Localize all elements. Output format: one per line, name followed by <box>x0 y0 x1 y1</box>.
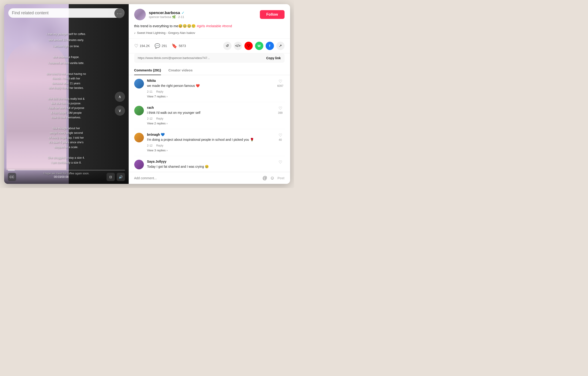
right-panel: spencer.barbosa ✓ spencer barbosa 🌿 · 2-… <box>129 4 290 184</box>
avatar-image <box>134 9 146 20</box>
progress-bar-fill <box>8 170 15 170</box>
filter-share-icon[interactable]: ▽ <box>245 42 253 50</box>
comment-heart-icon[interactable]: ♡ <box>278 133 282 138</box>
video-line-8: She thought about herweight every single… <box>9 126 124 149</box>
comment-avatar-saya <box>134 160 144 169</box>
view-replies-button[interactable]: View 2 replies › <box>147 122 273 125</box>
ctrl-buttons-right: ⊡ 🔊 <box>107 173 125 181</box>
facebook-share-icon[interactable]: f <box>266 42 274 50</box>
comment-body-bronagh: brónagh 💙 I'm doing a project about insp… <box>147 133 273 152</box>
actions-row: ♡ 194.2K 💬 291 🔖 5873 ↺ </> ▽ W f <box>129 39 290 53</box>
comment-like-rach: ♡ 399 <box>276 106 285 125</box>
at-mention-icon[interactable]: @ <box>262 175 267 181</box>
comment-avatar-rach <box>134 106 144 115</box>
post-caption: this trend is everything to me😅🥹🥹🥲 #girl… <box>134 23 285 29</box>
search-input[interactable] <box>12 10 117 15</box>
comment-item: rach i think i'd walk out on my younger … <box>134 102 285 129</box>
nav-down-button[interactable]: ∨ <box>115 105 125 116</box>
verified-badge-icon: ✓ <box>182 10 184 15</box>
progress-bar-container[interactable] <box>8 170 125 170</box>
comment-text: i think i'd walk out on my younger self <box>147 110 273 115</box>
video-line-3: i arrived right on time. <box>9 44 124 49</box>
comment-avatar-nikita <box>134 79 144 88</box>
likes-count: 194.2K <box>140 44 150 48</box>
post-song: ♪ Sweet Heat Lightning - Gregory Alan Is… <box>134 31 285 35</box>
comment-item: brónagh 💙 I'm doing a project about insp… <box>134 129 285 156</box>
nav-up-button[interactable]: ∧ <box>115 92 125 102</box>
comment-action-icon: 💬 <box>154 43 160 49</box>
comment-meta: 2-12 Reply <box>147 117 273 120</box>
bookmark-action[interactable]: 🔖 5873 <box>171 43 186 49</box>
comments-section: Nikita we made the right person famous ❤… <box>129 75 290 172</box>
comment-heart-icon[interactable]: ♡ <box>278 160 282 165</box>
comment-item: Nikita we made the right person famous ❤… <box>134 75 285 102</box>
whatsapp-share-icon[interactable]: W <box>255 42 263 50</box>
comment-likes-count: 40 <box>279 138 282 141</box>
reply-button[interactable]: Reply <box>156 117 163 120</box>
tiktok-share-icon[interactable]: ↺ <box>223 42 232 50</box>
comment-text: I'm doing a project about inspirational … <box>147 137 273 142</box>
more-options-button[interactable]: ··· <box>114 8 125 18</box>
reply-button[interactable]: Reply <box>156 144 163 147</box>
comment-meta: 2-12 Reply <box>147 144 273 147</box>
heart-action-icon: ♡ <box>134 43 138 49</box>
emoji-icon[interactable]: ☺ <box>270 175 275 181</box>
embed-share-icon[interactable]: </> <box>234 42 242 50</box>
share-icons: ↺ </> ▽ W f ↗ <box>223 42 285 50</box>
hashtag-girls[interactable]: #girls <box>197 24 205 28</box>
comment-avatar-bronagh <box>134 133 144 142</box>
comment-body-nikita: Nikita we made the right person famous ❤… <box>147 79 273 98</box>
cc-icon: CC <box>10 175 14 179</box>
comment-item: Saya Jollyyy Today I got fat shamed and … <box>134 156 285 172</box>
search-bar[interactable]: ⌕ <box>8 8 125 18</box>
cc-button[interactable]: CC <box>8 173 16 181</box>
view-replies-button[interactable]: View 7 replies › <box>147 95 273 98</box>
post-header: spencer.barbosa ✓ spencer barbosa 🌿 · 2-… <box>129 4 290 39</box>
follow-button[interactable]: Follow <box>260 10 285 19</box>
like-action[interactable]: ♡ 194.2K <box>134 43 150 49</box>
hashtag-trend[interactable]: #trend <box>222 24 232 28</box>
comment-username: Saya Jollyyy <box>147 160 273 163</box>
comment-username: rach <box>147 106 273 109</box>
comment-text: we made the right person famous ❤️ <box>147 84 273 88</box>
author-info: spencer.barbosa ✓ spencer barbosa 🌿 · 2-… <box>149 10 260 19</box>
video-text-overlay: i met my younger self for coffee. she ar… <box>4 32 129 177</box>
view-replies-button[interactable]: View 3 replies › <box>147 149 273 152</box>
main-container: ⌕ ··· i met my younger self for coffee. … <box>4 4 290 184</box>
tab-comments[interactable]: Comments (291) <box>134 65 161 75</box>
comment-username: Nikita <box>147 79 273 83</box>
comment-heart-icon[interactable]: ♡ <box>278 106 282 111</box>
volume-button[interactable]: 🔊 <box>117 173 125 181</box>
comment-action[interactable]: 💬 291 <box>154 43 167 49</box>
copy-link-button[interactable]: Copy link <box>266 56 281 60</box>
add-comment-icons: @ ☺ <box>262 175 275 181</box>
video-line-1: i met my younger self for coffee. <box>9 32 124 36</box>
video-line-2: she arrived 10 minutes early. <box>9 38 124 42</box>
post-comment-button[interactable]: Post <box>278 176 284 180</box>
comment-like-bronagh: ♡ 40 <box>276 133 285 152</box>
comment-likes-count: 6097 <box>277 84 283 88</box>
video-controls: CC 00:03/00:08 ⊡ 🔊 <box>4 167 129 184</box>
generic-share-icon[interactable]: ↗ <box>276 42 285 50</box>
time-total: 00:08 <box>62 175 68 178</box>
comments-count: 291 <box>162 44 167 48</box>
bookmark-button[interactable]: ⊡ <box>107 173 115 181</box>
comment-body-saya: Saya Jollyyy Today I got fat shamed and … <box>147 160 273 171</box>
comment-heart-icon[interactable]: ♡ <box>278 79 282 84</box>
bookmark-action-icon: 🔖 <box>171 43 177 49</box>
link-url-text: https://www.tiktok.com/@spencer.barbosa/… <box>138 56 264 60</box>
comment-date: 2-12 <box>147 144 153 147</box>
tab-creator-videos[interactable]: Creator videos <box>168 65 192 75</box>
reply-button[interactable]: Reply <box>156 90 163 93</box>
author-avatar <box>134 9 146 20</box>
hashtag-relatable[interactable]: #relatable <box>206 24 221 28</box>
video-line-4: she ordered a frappe. <box>9 55 124 59</box>
bookmarks-count: 5873 <box>179 44 186 48</box>
comment-like-nikita: ♡ 6097 <box>276 79 285 98</box>
music-note-icon: ♪ <box>134 31 136 35</box>
comment-meta: 2-11 Reply <box>147 90 273 93</box>
controls-row: CC 00:03/00:08 ⊡ 🔊 <box>8 173 125 181</box>
add-comment-input[interactable] <box>134 176 260 180</box>
author-username: spencer.barbosa <box>149 10 180 15</box>
add-comment-bar: @ ☺ Post <box>129 172 290 184</box>
